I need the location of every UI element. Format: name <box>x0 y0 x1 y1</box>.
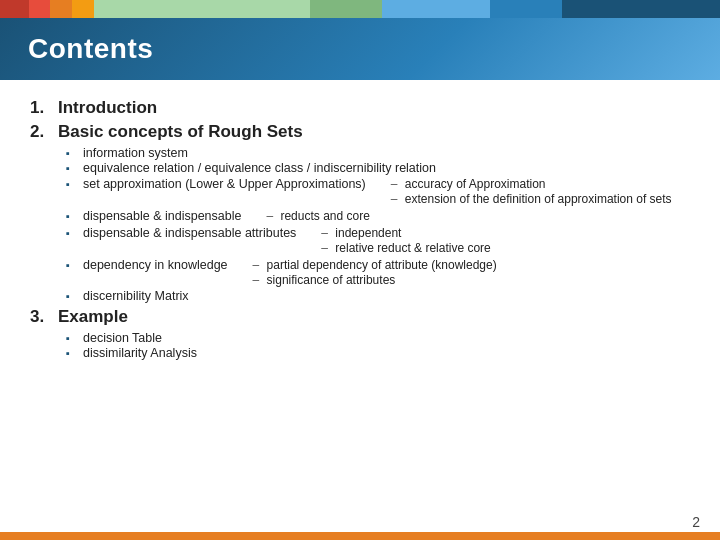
numbered-item-2: 2.Basic concepts of Rough Sets <box>30 122 690 142</box>
page-number: 2 <box>692 514 700 530</box>
dash-list: –reducts and core <box>246 209 369 224</box>
dash-icon: – <box>321 226 331 240</box>
dash-icon: – <box>266 209 276 223</box>
dash-list: –independent–relative reduct & relative … <box>301 226 490 256</box>
header: Contents <box>0 18 720 80</box>
sub-list-2: ▪information system▪equivalence relation… <box>30 146 690 303</box>
top-decorative-bar <box>0 0 720 18</box>
sub-item: ▪decision Table <box>66 331 690 345</box>
top-bar-segment <box>382 0 490 18</box>
dash-item-text: accuracy of Approximation <box>405 177 546 191</box>
sub-item: ▪dispensable & indispensable–reducts and… <box>66 208 690 224</box>
sub-item: ▪information system <box>66 146 690 160</box>
dash-item-text: partial dependency of attribute (knowled… <box>267 258 497 272</box>
dash-icon: – <box>253 273 263 287</box>
bullet-icon: ▪ <box>66 227 78 239</box>
bottom-accent-bar <box>0 532 720 540</box>
dash-item-text: independent <box>335 226 401 240</box>
bullet-icon: ▪ <box>66 162 78 174</box>
contents-list: 1.Introduction2.Basic concepts of Rough … <box>30 98 690 360</box>
dash-item-text: extension of the definition of approxima… <box>405 192 672 206</box>
bullet-icon: ▪ <box>66 210 78 222</box>
dash-item: –partial dependency of attribute (knowle… <box>253 258 497 272</box>
dash-item-text: significance of attributes <box>267 273 396 287</box>
sub-item: ▪dependency in knowledge–partial depende… <box>66 257 690 288</box>
numbered-item-1: 1.Introduction <box>30 98 690 118</box>
page-title: Contents <box>28 33 153 65</box>
dash-item-text: reducts and core <box>280 209 369 223</box>
dash-item: –accuracy of Approximation <box>391 177 672 191</box>
item-number: 2. <box>30 122 52 142</box>
main-content: 1.Introduction2.Basic concepts of Rough … <box>0 80 720 540</box>
sub-item: ▪dispensable & indispensable attributes–… <box>66 225 690 256</box>
item-label: Basic concepts of Rough Sets <box>58 122 303 142</box>
sub-item-text: dispensable & indispensable <box>83 209 241 223</box>
item-number: 3. <box>30 307 52 327</box>
sub-item-text: decision Table <box>83 331 162 345</box>
sub-item-text: dispensable & indispensable attributes <box>83 226 296 240</box>
top-bar-segment <box>310 0 382 18</box>
sub-item-text: set approximation (Lower & Upper Approxi… <box>83 177 366 191</box>
dash-item: –extension of the definition of approxim… <box>391 192 672 206</box>
top-bar-segment <box>562 0 720 18</box>
sub-item: ▪discernibility Matrix <box>66 289 690 303</box>
sub-item: ▪dissimilarity Analysis <box>66 346 690 360</box>
sub-item-text: dissimilarity Analysis <box>83 346 197 360</box>
numbered-item-3: 3.Example <box>30 307 690 327</box>
dash-item: –reducts and core <box>266 209 369 223</box>
top-bar-segment <box>94 0 310 18</box>
bullet-icon: ▪ <box>66 259 78 271</box>
top-bar-segment <box>50 0 72 18</box>
dash-item: –independent <box>321 226 490 240</box>
sub-item-text: discernibility Matrix <box>83 289 189 303</box>
sub-list-3: ▪decision Table▪dissimilarity Analysis <box>30 331 690 360</box>
sub-item: ▪equivalence relation / equivalence clas… <box>66 161 690 175</box>
dash-icon: – <box>391 177 401 191</box>
sub-item-text: information system <box>83 146 188 160</box>
sub-item-text: dependency in knowledge <box>83 258 228 272</box>
bullet-icon: ▪ <box>66 178 78 190</box>
item-label: Example <box>58 307 128 327</box>
dash-item: –significance of attributes <box>253 273 497 287</box>
bullet-icon: ▪ <box>66 147 78 159</box>
dash-icon: – <box>391 192 401 206</box>
top-bar-segment <box>0 0 29 18</box>
item-label: Introduction <box>58 98 157 118</box>
sub-item: ▪set approximation (Lower & Upper Approx… <box>66 176 690 207</box>
item-number: 1. <box>30 98 52 118</box>
sub-item-text: equivalence relation / equivalence class… <box>83 161 436 175</box>
bullet-icon: ▪ <box>66 347 78 359</box>
top-bar-segment <box>29 0 51 18</box>
dash-list: –accuracy of Approximation–extension of … <box>371 177 672 207</box>
bullet-icon: ▪ <box>66 290 78 302</box>
dash-list: –partial dependency of attribute (knowle… <box>233 258 497 288</box>
dash-item-text: relative reduct & relative core <box>335 241 490 255</box>
top-bar-segment <box>490 0 562 18</box>
top-bar-segment <box>72 0 94 18</box>
dash-item: –relative reduct & relative core <box>321 241 490 255</box>
bullet-icon: ▪ <box>66 332 78 344</box>
dash-icon: – <box>253 258 263 272</box>
dash-icon: – <box>321 241 331 255</box>
